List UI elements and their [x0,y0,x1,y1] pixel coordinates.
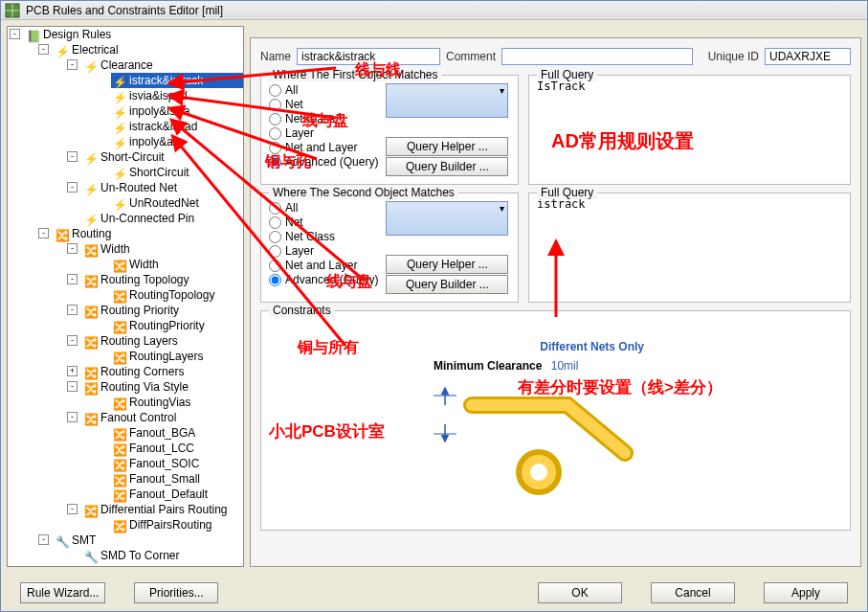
tree-toggle[interactable]: - [67,381,78,392]
tree-item[interactable]: Fanout_SOIC [129,456,199,471]
routing-icon: 🔀 [56,228,69,239]
tree-toggle[interactable]: - [67,305,78,315]
tree-diffpair[interactable]: Differential Pairs Routing [100,502,228,517]
rule-icon: 🔀 [113,289,126,301]
tree-toggle[interactable]: - [38,534,49,545]
tree-short[interactable]: Short-Circuit [100,149,165,165]
tree-toggle[interactable]: - [67,274,78,284]
tree-smt[interactable]: SMT [72,533,96,548]
tree-item[interactable]: Fanout_LCC [129,441,194,456]
tree-item[interactable]: istrack&istrack [129,73,203,88]
rule-icon: ⚡ [113,121,126,132]
uid-label: Unique ID [708,50,759,63]
g2-layer[interactable] [269,245,281,258]
svg-point-9 [530,464,547,481]
group2-legend: Where The Second Object Matches [269,186,458,199]
tree-item[interactable]: inpoly&isvia [129,103,189,119]
tree-electrical[interactable]: Electrical [72,42,119,57]
tree-item[interactable]: RoutingLayers [129,349,203,364]
tree-clearance[interactable]: Clearance [100,57,153,73]
tree-toggle[interactable]: - [67,151,78,162]
tree-toggle[interactable]: - [67,504,78,514]
comment-input[interactable] [501,48,693,65]
rprio-icon: 🔀 [84,305,98,316]
apply-button[interactable]: Apply [764,582,848,603]
diffpair-icon: 🔀 [84,504,98,515]
g2-query-helper[interactable]: Query Helper ... [386,255,508,274]
rules-icon: 📗 [27,29,40,40]
comment-label: Comment [446,50,496,63]
g1-adv[interactable] [269,156,281,169]
tree-toggle[interactable]: - [67,59,78,70]
rlayers-icon: 🔀 [84,335,98,347]
tree-item[interactable]: DiffPairsRouting [129,517,211,533]
tree-toggle[interactable]: - [38,44,49,55]
tree-item[interactable]: RoutingVias [129,395,191,410]
tree-rprio[interactable]: Routing Priority [100,303,179,318]
cancel-button[interactable]: Cancel [651,582,735,603]
tree-rvia[interactable]: Routing Via Style [100,379,189,395]
tree-routing[interactable]: Routing [72,226,111,241]
uid-input[interactable] [765,48,851,65]
tree-item[interactable]: UnRoutedNet [129,195,199,211]
rule-icon: 🔀 [113,320,126,331]
tree-toggle[interactable]: - [10,29,20,39]
tree-item[interactable]: Fanout_BGA [129,425,195,441]
rule-wizard-button[interactable]: Rule Wizard... [20,582,105,603]
g1-netlayer[interactable] [269,142,281,154]
group2-radios: All Net Net Class Layer Net and Layer Ad… [269,197,378,294]
fq1-value[interactable]: IsTrack [537,79,842,93]
tree-width[interactable]: Width [100,241,130,257]
g2-combo[interactable] [386,201,508,236]
tree-item[interactable]: inpoly&all [129,134,178,149]
tree-rlayers[interactable]: Routing Layers [100,333,178,349]
tree-rtopo[interactable]: Routing Topology [100,272,189,287]
tree-item[interactable]: ShortCircuit [129,165,189,180]
tree-item[interactable]: Fanout_Default [129,487,208,502]
g1-combo[interactable] [386,83,508,118]
g1-all[interactable] [269,84,281,97]
unrouted-icon: ⚡ [84,182,98,193]
rule-icon: 🔀 [113,458,126,469]
g2-all[interactable] [269,202,281,215]
tree-item[interactable]: SMD To Corner [100,548,179,563]
tree-toggle[interactable]: - [67,412,78,422]
fq2-value[interactable]: istrack [537,197,842,211]
tree-rcorners[interactable]: Routing Corners [100,364,184,379]
g1-netclass[interactable] [269,113,281,125]
g1-net[interactable] [269,99,281,111]
diffnets-label: Different Nets Only [434,340,644,353]
rule-icon: ⚡ [113,167,126,178]
tree-item[interactable]: Fanout_Small [129,471,200,487]
g2-adv[interactable] [269,274,281,286]
tree-toggle[interactable]: - [38,228,49,238]
tree-root[interactable]: Design Rules [43,27,111,42]
tree-fanout[interactable]: Fanout Control [100,410,176,425]
g2-netlayer[interactable] [269,260,281,272]
priorities-button[interactable]: Priorities... [134,582,218,603]
g2-query-builder[interactable]: Query Builder ... [386,275,508,294]
g2-netclass[interactable] [269,231,281,243]
g1-layer[interactable] [269,127,281,140]
tree-toggle[interactable]: - [67,335,78,346]
tree-toggle[interactable]: + [67,366,78,376]
tree-item[interactable]: Width [129,257,159,272]
rule-icon: 🔀 [113,427,126,439]
g2-net[interactable] [269,216,281,229]
tree-unrouted[interactable]: Un-Routed Net [100,180,177,195]
tree-item[interactable]: RoutingTopology [129,287,214,303]
tree-item[interactable]: isvia&ispad [129,88,188,103]
rule-icon: 🔀 [113,488,126,500]
rules-tree[interactable]: - 📗Design Rules - ⚡Electrical - ⚡Clearan… [7,26,244,567]
g1-query-helper[interactable]: Query Helper ... [386,137,508,156]
tree-item[interactable]: RoutingPriority [129,318,205,333]
name-input[interactable] [297,48,440,65]
g1-query-builder[interactable]: Query Builder ... [386,157,508,176]
tree-toggle[interactable]: - [67,243,78,254]
ok-button[interactable]: OK [538,582,622,603]
tree-unconn[interactable]: Un-Connected Pin [100,211,194,226]
tree-toggle[interactable]: - [67,182,78,193]
tree-item[interactable]: istrack&ispad [129,119,197,134]
rvia-icon: 🔀 [84,381,98,393]
clearance-icon: ⚡ [84,59,98,71]
